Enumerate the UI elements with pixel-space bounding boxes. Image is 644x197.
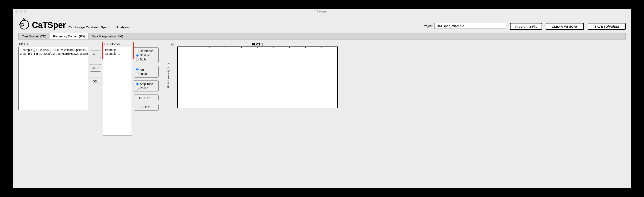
header: THz CaTSper Cambridge Terahertz Spectrum… <box>13 14 631 30</box>
project-row: Project <box>423 23 506 30</box>
fd-list-box[interactable]: 1:sample ((-10-20ps/0.2-2.8THz/Boxcar/2u… <box>18 47 88 110</box>
project-label: Project <box>423 24 432 28</box>
domain-tabs: Time Domain (TD) Frequency Domain (FD) D… <box>18 33 626 40</box>
source-radio-group: Reference Sample Both <box>134 47 158 63</box>
plot1-canvas[interactable] <box>177 47 338 108</box>
plot1-yscale: 100 <box>171 43 176 104</box>
scale-radio-group: log linear <box>134 66 158 78</box>
list-item[interactable]: 2:sample_1 ((-10-20ps/0.2-2.8THz/Boxcar/… <box>20 52 87 56</box>
tab-data-manipulation[interactable]: Data Manipulation (DM) <box>88 33 127 39</box>
plot1-title: PLOT 1 <box>252 43 263 46</box>
radio-sample[interactable]: Sample <box>136 53 156 57</box>
plot1-top-ticks <box>178 47 337 49</box>
radio-phase[interactable]: Phase <box>136 86 156 90</box>
save-td-fd-dm-button[interactable]: SAVE TD/FD/DM <box>588 23 626 30</box>
tab-frequency-domain[interactable]: Frequency Domain (FD) <box>50 33 88 39</box>
import-thz-button[interactable]: Import .thz File <box>510 23 542 30</box>
close-icon[interactable] <box>16 10 18 13</box>
plot1-wrap: E_field intensity (a.u.) 100 PLOT 1 <box>160 43 338 108</box>
radio-amplitude[interactable]: Amplitude <box>136 82 156 86</box>
fd-content: FD List 1:sample ((-10-20ps/0.2-2.8THz/B… <box>13 40 631 140</box>
tab-time-domain[interactable]: Time Domain (TD) <box>18 33 50 39</box>
radio-both[interactable]: Both <box>136 57 156 62</box>
traffic-lights <box>13 10 26 13</box>
plot1-ylabel: E_field intensity (a.u.) <box>167 47 170 104</box>
fd-list-column: FD List 1:sample ((-10-20ps/0.2-2.8THz/B… <box>18 43 88 110</box>
minimize-icon[interactable] <box>20 10 22 13</box>
radio-log[interactable]: log <box>136 67 156 72</box>
project-input[interactable] <box>434 23 506 29</box>
plot1-button[interactable]: PLOT1 <box>134 104 158 111</box>
yaxis-radio-group: Amplitude Phase <box>134 80 158 92</box>
all-button[interactable]: ALL <box>90 51 101 58</box>
fd-list-label: FD List <box>18 43 88 47</box>
fd-selection-label: FD Selection <box>103 43 132 47</box>
radio-reference[interactable]: Reference <box>136 49 156 53</box>
fd-selection-box[interactable]: 1:sample 2:sample_1 <box>103 47 132 135</box>
del-button[interactable]: DEL <box>90 78 101 85</box>
app-name: CaTSper <box>32 20 66 30</box>
fd-list-buttons: ALL ADD DEL <box>90 43 101 85</box>
plot1-ytick: 100 <box>171 43 175 46</box>
catsper-logo-icon: THz <box>18 18 30 30</box>
app-subtitle: Cambridge Terahertz Spectrum Analyser <box>68 25 130 30</box>
app-window: Catsper THz CaTSper Cambridge Terahertz … <box>13 9 631 188</box>
list-item[interactable]: 2:sample_1 <box>104 52 131 56</box>
app-logo: THz CaTSper Cambridge Terahertz Spectrum… <box>18 18 130 30</box>
radio-linear[interactable]: linear <box>136 72 156 76</box>
titlebar: Catsper <box>13 9 631 14</box>
add-button[interactable]: ADD <box>90 64 101 72</box>
fd-selection-column: FD Selection 1:sample 2:sample_1 <box>103 43 132 135</box>
window-title: Catsper <box>316 10 328 13</box>
plot1-col: PLOT 1 <box>177 43 338 108</box>
list-item[interactable]: 1:sample ((-10-20ps/0.2-2.8THz/Boxcar/2u… <box>20 48 87 52</box>
plot-options-column: Reference Sample Both log linear Amplitu… <box>134 43 158 111</box>
grid-toggle-button[interactable]: GRID OFF <box>134 94 158 101</box>
list-item[interactable]: 1:sample <box>104 48 131 52</box>
svg-text:THz: THz <box>20 24 24 26</box>
zoom-icon[interactable] <box>24 10 26 13</box>
clear-memory-button[interactable]: CLEAR MEMORY <box>546 23 584 30</box>
